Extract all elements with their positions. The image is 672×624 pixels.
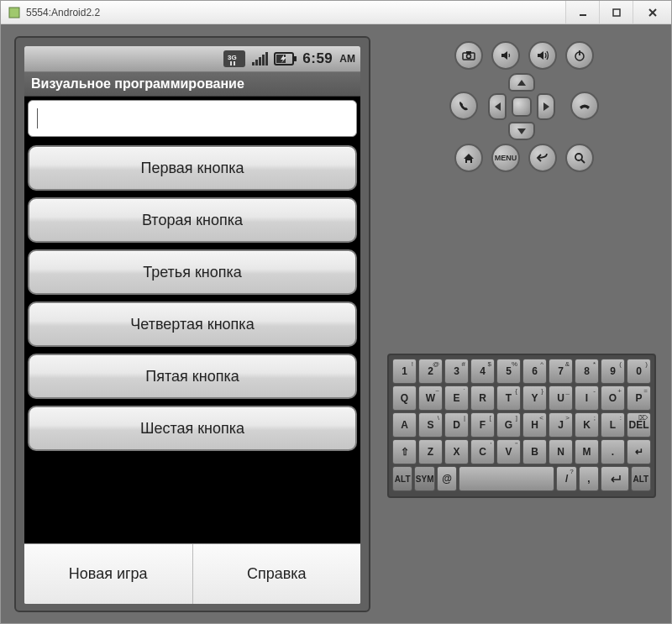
key-s[interactable]: S\ — [418, 412, 443, 438]
key-n[interactable]: N — [549, 439, 573, 464]
end-call-icon — [578, 100, 591, 112]
minimize-button[interactable] — [565, 1, 599, 24]
back-button[interactable] — [528, 144, 557, 172]
app-icon — [8, 6, 21, 19]
svg-rect-8 — [255, 60, 258, 66]
key-p[interactable]: P= — [627, 385, 651, 411]
key-i[interactable]: I- — [575, 385, 599, 411]
key-a[interactable]: A — [392, 412, 417, 438]
key-del[interactable]: DEL⌦ — [627, 412, 651, 438]
menu-new-game[interactable]: Новая игра — [24, 544, 192, 604]
camera-button[interactable] — [454, 41, 483, 70]
battery-icon — [274, 49, 297, 69]
enter-icon — [607, 474, 622, 484]
button-label: Шестая кнопка — [140, 420, 244, 438]
key-k[interactable]: K; — [575, 412, 599, 438]
menu-label: MENU — [495, 154, 517, 162]
key-3[interactable]: 3# — [444, 359, 469, 384]
key-r[interactable]: R — [470, 385, 495, 411]
end-call-button[interactable] — [570, 92, 599, 120]
svg-rect-11 — [265, 52, 268, 66]
key-x[interactable]: X — [444, 439, 469, 464]
search-icon — [574, 152, 585, 164]
dpad — [496, 81, 547, 132]
close-button[interactable] — [633, 1, 671, 24]
button-1[interactable]: Первая кнопка — [28, 145, 357, 191]
key-alt[interactable]: ALT — [392, 466, 412, 491]
text-input[interactable] — [28, 100, 357, 137]
button-4[interactable]: Четвертая кнопка — [28, 302, 357, 347]
key-h[interactable]: H< — [522, 412, 547, 438]
key-slash[interactable]: /? — [556, 466, 576, 491]
key-7[interactable]: 7& — [549, 359, 573, 384]
key-u[interactable]: U_ — [549, 385, 573, 411]
button-3[interactable]: Третья кнопка — [28, 249, 357, 295]
key-l[interactable]: L: — [601, 412, 625, 438]
search-button[interactable] — [565, 144, 594, 172]
key-t[interactable]: T{ — [496, 385, 521, 411]
emulator-window: 5554:Android2.2 3G — [0, 0, 672, 624]
key-m[interactable]: M — [575, 439, 599, 464]
key-z[interactable]: Z — [418, 439, 443, 464]
button-5[interactable]: Пятая кнопка — [28, 354, 357, 399]
key-.[interactable]: . — [601, 439, 625, 464]
button-2[interactable]: Вторая кнопка — [28, 197, 357, 243]
key-v[interactable]: V" — [496, 439, 521, 464]
dpad-left[interactable] — [488, 93, 507, 120]
key-y[interactable]: Y} — [522, 385, 547, 411]
key-q[interactable]: Q — [392, 385, 417, 411]
key-0[interactable]: 0) — [627, 359, 651, 384]
button-label: Третья кнопка — [143, 264, 242, 281]
key-o[interactable]: O+ — [601, 385, 625, 411]
menu-help[interactable]: Справка — [192, 544, 361, 604]
key-enter-alt[interactable] — [601, 466, 628, 491]
power-icon — [574, 50, 585, 61]
key-w[interactable]: W~ — [418, 385, 443, 411]
call-button[interactable] — [449, 92, 478, 120]
dpad-center[interactable] — [512, 97, 532, 117]
volume-up-button[interactable] — [528, 41, 557, 70]
key-⇧[interactable]: ⇧ — [392, 439, 417, 464]
clock-time: 6:59 — [302, 50, 333, 67]
home-button[interactable] — [454, 144, 483, 172]
key-↵[interactable]: ↵ — [627, 439, 651, 464]
dpad-right[interactable] — [537, 93, 555, 120]
window-titlebar[interactable]: 5554:Android2.2 — [1, 1, 671, 24]
key-6[interactable]: 6^ — [522, 359, 547, 384]
button-label: Пятая кнопка — [145, 368, 239, 385]
key-space[interactable] — [459, 466, 554, 491]
camera-icon — [462, 50, 475, 60]
key-comma[interactable]: , — [579, 466, 599, 491]
key-at[interactable]: @ — [437, 466, 457, 491]
key-5[interactable]: 5% — [496, 359, 521, 384]
power-button[interactable] — [565, 41, 594, 70]
back-icon — [536, 152, 549, 164]
key-2[interactable]: 2@ — [418, 359, 443, 384]
key-c[interactable]: C' — [470, 439, 495, 464]
key-4[interactable]: 4$ — [470, 359, 495, 384]
svg-line-21 — [581, 160, 585, 163]
close-icon — [647, 7, 659, 18]
volume-up-icon — [536, 50, 549, 61]
activity-title-text: Визуальное программирование — [31, 76, 244, 92]
key-alt-right[interactable]: ALT — [631, 466, 651, 491]
key-sym[interactable]: SYM — [414, 466, 434, 491]
dpad-up[interactable] — [508, 73, 535, 92]
volume-down-button[interactable] — [491, 41, 520, 70]
dpad-down[interactable] — [508, 122, 535, 140]
key-e[interactable]: E` — [444, 385, 469, 411]
key-8[interactable]: 8* — [575, 359, 599, 384]
key-1[interactable]: 1! — [392, 359, 417, 384]
menu-button[interactable]: MENU — [491, 144, 520, 172]
key-9[interactable]: 9( — [601, 359, 625, 384]
key-f[interactable]: F[ — [470, 412, 495, 438]
key-j[interactable]: J> — [549, 412, 573, 438]
key-d[interactable]: D| — [444, 412, 469, 438]
button-6[interactable]: Шестая кнопка — [28, 406, 357, 451]
button-label: Вторая кнопка — [142, 212, 243, 229]
key-g[interactable]: G] — [496, 412, 521, 438]
window-title: 5554:Android2.2 — [26, 7, 565, 18]
key-b[interactable]: B — [522, 439, 547, 464]
svg-point-20 — [575, 154, 582, 160]
maximize-button[interactable] — [599, 1, 633, 24]
